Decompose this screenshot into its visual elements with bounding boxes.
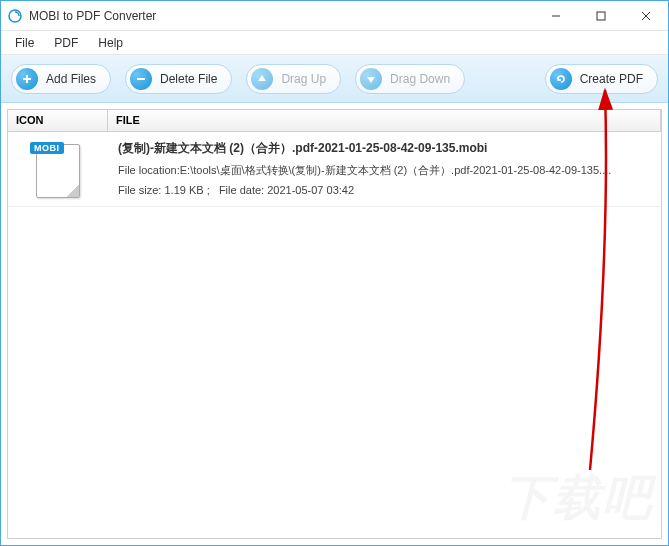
menu-pdf[interactable]: PDF (46, 34, 86, 52)
file-list: ICON FILE MOBI (复制)-新建文本文档 (2)（合并）.pdf-2… (7, 109, 662, 539)
arrow-up-icon (251, 68, 273, 90)
list-item[interactable]: MOBI (复制)-新建文本文档 (2)（合并）.pdf-2021-01-25-… (8, 132, 661, 207)
column-icon[interactable]: ICON (8, 110, 108, 131)
drag-up-label: Drag Up (281, 72, 326, 86)
file-detail-cell: (复制)-新建文本文档 (2)（合并）.pdf-2021-01-25-08-42… (108, 132, 661, 206)
file-badge: MOBI (30, 142, 64, 154)
titlebar: MOBI to PDF Converter (1, 1, 668, 31)
arrow-down-icon (360, 68, 382, 90)
delete-file-button[interactable]: Delete File (125, 64, 232, 94)
menu-help[interactable]: Help (90, 34, 131, 52)
watermark: 下载吧 (503, 466, 653, 530)
window-title: MOBI to PDF Converter (29, 9, 533, 23)
toolbar: Add Files Delete File Drag Up Drag Down … (1, 55, 668, 103)
plus-icon (16, 68, 38, 90)
app-window: MOBI to PDF Converter File PDF Help Add … (0, 0, 669, 546)
create-pdf-button[interactable]: Create PDF (545, 64, 658, 94)
file-name: (复制)-新建文本文档 (2)（合并）.pdf-2021-01-25-08-42… (118, 140, 651, 157)
mobi-file-icon: MOBI (34, 140, 82, 198)
menu-file[interactable]: File (7, 34, 42, 52)
svg-rect-2 (597, 12, 605, 20)
file-location: File location:E:\tools\桌面\格式转换\(复制)-新建文本… (118, 163, 651, 178)
file-meta: File size: 1.19 KB ; File date: 2021-05-… (118, 184, 651, 196)
maximize-button[interactable] (578, 1, 623, 31)
drag-up-button[interactable]: Drag Up (246, 64, 341, 94)
minus-icon (130, 68, 152, 90)
close-button[interactable] (623, 1, 668, 31)
window-controls (533, 1, 668, 30)
drag-down-label: Drag Down (390, 72, 450, 86)
add-files-button[interactable]: Add Files (11, 64, 111, 94)
minimize-button[interactable] (533, 1, 578, 31)
column-file[interactable]: FILE (108, 110, 661, 131)
create-pdf-label: Create PDF (580, 72, 643, 86)
convert-icon (550, 68, 572, 90)
file-icon-cell: MOBI (8, 132, 108, 206)
list-header: ICON FILE (8, 110, 661, 132)
drag-down-button[interactable]: Drag Down (355, 64, 465, 94)
app-icon (7, 8, 23, 24)
menubar: File PDF Help (1, 31, 668, 55)
delete-file-label: Delete File (160, 72, 217, 86)
add-files-label: Add Files (46, 72, 96, 86)
